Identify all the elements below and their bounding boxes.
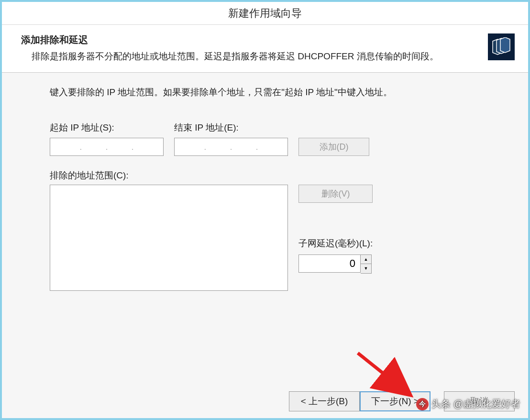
ip-dot: . (80, 143, 82, 151)
spinner-buttons: ▲ ▼ (361, 254, 372, 274)
next-button[interactable]: 下一步(N) > (360, 391, 431, 411)
ip-input-row: 起始 IP 地址(S): . . . 结束 IP 地址(E): . . . 添加… (50, 122, 490, 156)
header-description: 排除是指服务器不分配的地址或地址范围。延迟是指服务器将延迟 DHCPOFFER … (21, 49, 479, 64)
start-ip-input[interactable]: . . . (50, 138, 164, 156)
cancel-button[interactable]: 取消 (444, 391, 515, 411)
wizard-window: 新建作用域向导 添加排除和延迟 排除是指服务器不分配的地址或地址范围。延迟是指服… (2, 2, 528, 418)
wizard-icon (488, 33, 515, 60)
remove-button[interactable]: 删除(V) (298, 185, 373, 203)
back-button[interactable]: < 上一步(B) (289, 391, 360, 411)
delay-spinner: ▲ ▼ (298, 254, 373, 274)
end-ip-input[interactable]: . . . (174, 138, 288, 156)
start-ip-label: 起始 IP 地址(S): (50, 122, 164, 134)
ip-dot: . (256, 143, 258, 151)
excluded-row: 删除(V) 子网延迟(毫秒)(L): ▲ ▼ (50, 185, 490, 291)
start-ip-group: 起始 IP 地址(S): . . . (50, 122, 164, 156)
ip-dot: . (132, 143, 133, 151)
excluded-ranges-label: 排除的地址范围(C): (50, 169, 490, 182)
subnet-delay-label: 子网延迟(毫秒)(L): (298, 237, 373, 250)
delay-group: 子网延迟(毫秒)(L): ▲ ▼ (298, 229, 373, 274)
side-column: 删除(V) 子网延迟(毫秒)(L): ▲ ▼ (298, 185, 373, 274)
wizard-header: 添加排除和延迟 排除是指服务器不分配的地址或地址范围。延迟是指服务器将延迟 DH… (2, 25, 528, 73)
header-text-block: 添加排除和延迟 排除是指服务器不分配的地址或地址范围。延迟是指服务器将延迟 DH… (21, 33, 479, 64)
spinner-down-button[interactable]: ▼ (361, 264, 371, 273)
titlebar: 新建作用域向导 (2, 2, 528, 25)
spinner-up-button[interactable]: ▲ (361, 255, 371, 264)
window-title: 新建作用域向导 (228, 6, 302, 21)
wizard-content: 键入要排除的 IP 地址范围。如果要排除单个地址，只需在"起始 IP 地址"中键… (2, 73, 528, 385)
instruction-text: 键入要排除的 IP 地址范围。如果要排除单个地址，只需在"起始 IP 地址"中键… (50, 86, 490, 99)
ip-dot: . (204, 143, 206, 151)
ip-dot: . (230, 143, 232, 151)
excluded-section: 排除的地址范围(C): 删除(V) 子网延迟(毫秒)(L): ▲ ▼ (50, 169, 490, 291)
excluded-ranges-listbox[interactable] (50, 185, 288, 291)
end-ip-group: 结束 IP 地址(E): . . . (174, 122, 288, 156)
ip-dot: . (106, 143, 108, 151)
header-title: 添加排除和延迟 (21, 33, 479, 46)
subnet-delay-input[interactable] (298, 254, 361, 273)
add-button[interactable]: 添加(D) (298, 138, 369, 156)
wizard-footer: < 上一步(B) 下一步(N) > 取消 (2, 385, 528, 418)
end-ip-label: 结束 IP 地址(E): (174, 122, 288, 134)
